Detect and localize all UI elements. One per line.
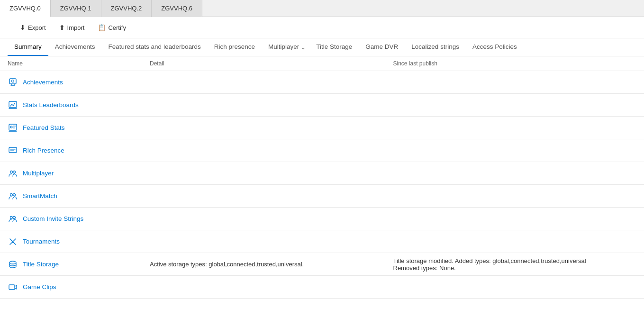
smartmatch-icon	[8, 191, 18, 201]
col-name: Name	[8, 60, 150, 67]
table-container: Name Detail Since last publish Achieveme…	[0, 56, 644, 299]
nav-tab-multiplayer-group[interactable]: Multiplayer⌄	[262, 38, 309, 56]
cell-detail-title-storage: Active storage types: global,connected,t…	[150, 261, 393, 268]
row-link-tournaments[interactable]: Tournaments	[23, 238, 60, 245]
nav-tab-game-dvr[interactable]: Game DVR	[359, 38, 405, 56]
clips-icon	[8, 282, 18, 292]
svg-point-11	[13, 216, 16, 218]
table-row: Custom Invite Strings	[0, 208, 644, 230]
table-row: Rich Presence	[0, 139, 644, 162]
table-row: Game Clips	[0, 276, 644, 299]
svg-point-10	[10, 216, 13, 218]
nav-tab-access-policies[interactable]: Access Policies	[466, 38, 524, 56]
export-icon: ⬇	[20, 24, 26, 31]
row-link-title-storage[interactable]: Title Storage	[23, 261, 59, 268]
table-row: Title StorageActive storage types: globa…	[0, 253, 644, 276]
cell-name-smartmatch: SmartMatch	[8, 191, 150, 201]
table-row: Achievements	[0, 71, 644, 94]
tab-bar: ZGVVHQ.0ZGVVHQ.1ZGVVHQ.2ZGVVHQ.6	[0, 0, 644, 17]
nav-tab-rich-presence[interactable]: Rich presence	[208, 38, 262, 56]
row-link-achievements[interactable]: Achievements	[23, 79, 63, 86]
nav-tab-summary[interactable]: Summary	[8, 38, 48, 56]
nav-tab-featured-stats[interactable]: Featured stats and leaderboards	[102, 38, 208, 56]
import-label: Import	[67, 24, 85, 31]
rich-presence-icon	[8, 145, 18, 156]
table-row: Multiplayer	[0, 162, 644, 185]
col-since: Since last publish	[393, 60, 637, 67]
row-link-rich-presence[interactable]: Rich Presence	[23, 147, 64, 154]
nav-tab-multiplayer[interactable]: Multiplayer	[262, 38, 299, 56]
svg-rect-13	[9, 285, 15, 290]
cell-name-achievements: Achievements	[8, 77, 150, 88]
cell-name-custom-invite: Custom Invite Strings	[8, 214, 150, 224]
storage-icon	[8, 259, 18, 270]
svg-rect-5	[9, 147, 17, 153]
cell-name-rich-presence: Rich Presence	[8, 145, 150, 156]
tournaments-icon	[8, 236, 18, 247]
svg-point-12	[9, 261, 16, 264]
svg-point-4	[10, 126, 12, 128]
cell-name-stats-leaderboards: Stats Leaderboards	[8, 100, 150, 110]
table-row: SmartMatch	[0, 185, 644, 208]
nav-tabs: SummaryAchievementsFeatured stats and le…	[0, 38, 644, 56]
multiplayer-chevron-icon: ⌄	[299, 39, 309, 55]
row-link-custom-invite[interactable]: Custom Invite Strings	[23, 215, 83, 222]
header-actions: ⬇Export⬆Import📋Certify	[17, 22, 129, 33]
nav-tab-title-storage[interactable]: Title Storage	[309, 38, 359, 56]
table-row: Stats Leaderboards	[0, 94, 644, 117]
cell-name-title-storage: Title Storage	[8, 259, 150, 270]
certify-button[interactable]: 📋Certify	[95, 22, 129, 33]
header: ⬇Export⬆Import📋Certify	[0, 17, 644, 38]
certify-icon: 📋	[98, 24, 106, 31]
stats-icon	[8, 100, 18, 110]
nav-tab-achievements[interactable]: Achievements	[48, 38, 102, 56]
cell-name-tournaments: Tournaments	[8, 236, 150, 247]
add-tab-button[interactable]	[202, 0, 216, 17]
export-button[interactable]: ⬇Export	[17, 22, 49, 33]
svg-point-9	[13, 193, 16, 196]
achievements-icon	[8, 77, 18, 88]
tab-zgvvhq2[interactable]: ZGVVHQ.2	[101, 0, 152, 17]
tab-zgvvhq6[interactable]: ZGVVHQ.6	[152, 0, 202, 17]
svg-rect-3	[9, 124, 17, 130]
cell-name-multiplayer: Multiplayer	[8, 168, 150, 179]
row-link-smartmatch[interactable]: SmartMatch	[23, 192, 57, 200]
certify-label: Certify	[108, 24, 126, 31]
tab-zgvvhq0[interactable]: ZGVVHQ.0	[0, 0, 51, 17]
svg-rect-2	[9, 101, 17, 108]
table-row: Featured Stats	[0, 117, 644, 139]
col-detail: Detail	[150, 60, 393, 67]
svg-point-1	[12, 80, 14, 82]
row-link-featured-stats[interactable]: Featured Stats	[23, 124, 65, 131]
cell-name-featured-stats: Featured Stats	[8, 123, 150, 133]
invite-icon	[8, 214, 18, 224]
multiplayer-icon	[8, 168, 18, 179]
tab-zgvvhq1[interactable]: ZGVVHQ.1	[51, 0, 101, 17]
svg-point-6	[10, 171, 13, 173]
cell-name-game-clips: Game Clips	[8, 282, 150, 292]
svg-point-7	[13, 171, 16, 173]
svg-rect-0	[9, 79, 16, 84]
export-label: Export	[28, 24, 46, 31]
featured-icon	[8, 123, 18, 133]
import-button[interactable]: ⬆Import	[56, 22, 88, 33]
row-link-stats-leaderboards[interactable]: Stats Leaderboards	[23, 101, 79, 109]
table-row: Tournaments	[0, 230, 644, 253]
cell-since-title-storage: Title storage modified. Added types: glo…	[393, 257, 637, 272]
nav-tab-localized-strings[interactable]: Localized strings	[405, 38, 466, 56]
svg-point-8	[10, 193, 13, 196]
row-link-multiplayer[interactable]: Multiplayer	[23, 170, 54, 177]
table-header: Name Detail Since last publish	[0, 56, 644, 71]
row-link-game-clips[interactable]: Game Clips	[23, 283, 56, 291]
import-icon: ⬆	[59, 24, 65, 31]
